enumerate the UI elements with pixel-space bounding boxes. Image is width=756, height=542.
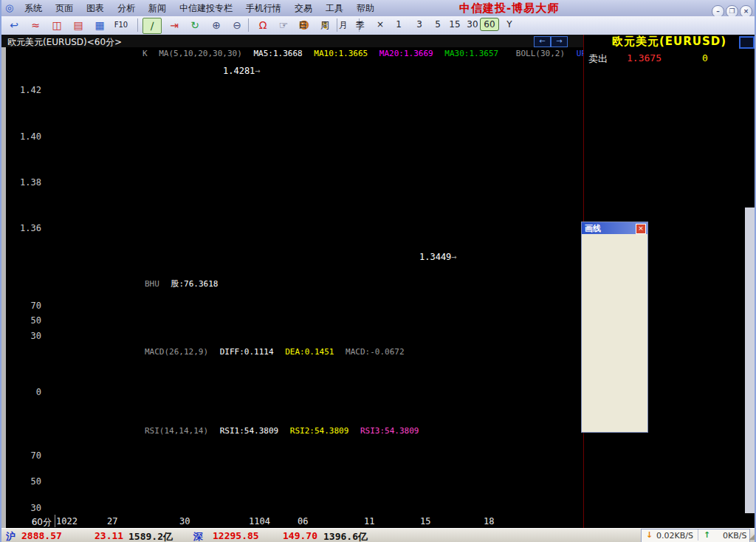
legend-diff: DIFF:0.1114 bbox=[220, 347, 274, 357]
legend-macd-value: MACD:-0.0672 bbox=[346, 347, 404, 357]
x-tick-label: 30 bbox=[179, 516, 190, 526]
y-tick-label: 30 bbox=[3, 503, 41, 513]
rsi-legend: RSI(14,14,14) RSI1:54.3809 RSI2:54.3809 … bbox=[145, 426, 425, 436]
quote-panel-button[interactable] bbox=[739, 36, 755, 49]
axis-divider bbox=[55, 515, 55, 527]
legend-rsi1: RSI1:54.3809 bbox=[220, 426, 278, 436]
quote-label: 卖出 bbox=[588, 52, 608, 66]
y-tick-label: 70 bbox=[3, 301, 41, 311]
y-tick-label: 50 bbox=[3, 476, 41, 487]
legend-macd: MACD(26,12,9) bbox=[145, 347, 208, 357]
high-annotation: 1.4281→ bbox=[223, 66, 261, 76]
draw-toolbar-title: 画线 bbox=[585, 223, 601, 234]
x-tick-label: 18 bbox=[484, 516, 494, 526]
y-tick-label: 0 bbox=[3, 387, 41, 397]
x-tick-label: 27 bbox=[107, 516, 117, 526]
legend-bhu-value: 股:76.3618 bbox=[171, 279, 219, 289]
legend-ma: MA(5,10,20,30,30) bbox=[159, 49, 242, 58]
y-tick-label: 70 bbox=[3, 450, 41, 461]
period-label: 60分 bbox=[6, 516, 52, 529]
quote-qty: 0 bbox=[702, 52, 708, 64]
legend-ma5: MA5:1.3668 bbox=[253, 49, 302, 58]
x-tick-label: 1022 bbox=[56, 516, 78, 526]
quote-value: 1.3675 bbox=[614, 52, 662, 64]
quote-title-row: 欧元美元(EURUSD) bbox=[584, 35, 756, 47]
legend-ma10: MA10:1.3665 bbox=[314, 49, 368, 58]
draw-toolbar-titlebar[interactable]: 画线 × bbox=[582, 222, 647, 234]
quote-symbol-title: 欧元美元(EURUSD) bbox=[612, 35, 726, 49]
y-tick-label: 1.36 bbox=[3, 223, 41, 233]
draw-toolbar: 画线 × bbox=[581, 222, 648, 433]
y-tick-label: 1.40 bbox=[3, 131, 41, 142]
macd-legend: MACD(26,12,9) DIFF:0.1114 DEA:0.1451 MAC… bbox=[145, 347, 411, 357]
x-tick-label: 15 bbox=[420, 516, 430, 526]
y-tick-label: 50 bbox=[3, 315, 41, 326]
x-tick-label: 11 bbox=[364, 516, 374, 526]
x-tick-label: 06 bbox=[298, 516, 308, 526]
y-tick-label: 1.38 bbox=[3, 177, 41, 188]
legend-rsi: RSI(14,14,14) bbox=[145, 426, 208, 436]
x-tick-label: 1104 bbox=[249, 516, 270, 526]
legend-bhu: BHU bbox=[145, 279, 159, 289]
y-tick-label: 1.42 bbox=[3, 85, 41, 95]
window-frame-left bbox=[0, 0, 1, 542]
legend-rsi2: RSI2:54.3809 bbox=[290, 426, 348, 436]
y-tick-label: 30 bbox=[3, 331, 41, 341]
quote-row-卖出: 卖出1.36750 bbox=[584, 51, 756, 66]
low-annotation: 1.3449→ bbox=[419, 252, 457, 262]
bhu-legend: BHU 股:76.3618 bbox=[145, 278, 224, 289]
draw-toolbar-close-icon[interactable]: × bbox=[636, 224, 646, 234]
legend-boll: BOLL(30,2) bbox=[516, 49, 565, 58]
legend-dea: DEA:0.1451 bbox=[285, 347, 334, 357]
legend-rsi3: RSI3:54.3809 bbox=[360, 426, 419, 436]
app-window: ◎ 系统页面图表分析新闻中信建投专栏手机行情交易工具帮助 中信建投-博易大师 –… bbox=[0, 0, 756, 542]
legend-ma30: MA30:1.3657 bbox=[444, 49, 498, 58]
legend-ma20: MA20:1.3669 bbox=[379, 49, 433, 58]
legend-k: K bbox=[142, 49, 148, 58]
x-axis-row: 60分 10222730110406111518 bbox=[6, 515, 583, 527]
